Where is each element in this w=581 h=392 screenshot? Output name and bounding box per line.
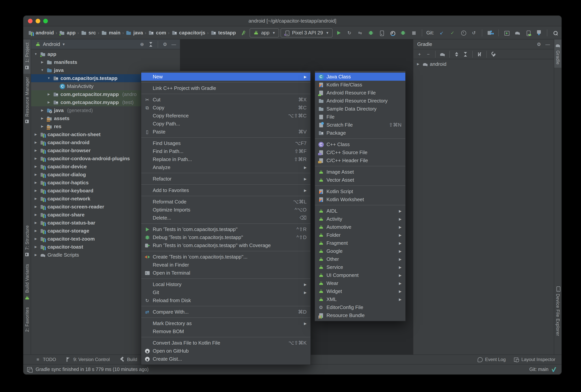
menu-item-google[interactable]: Google▶ [315, 247, 405, 255]
menu-item-package[interactable]: Package [315, 129, 405, 137]
tool-window-button-build[interactable]: Build [119, 357, 137, 363]
chevron-collapsed-icon[interactable]: ▶ [33, 141, 38, 144]
menu-item-activity[interactable]: Activity▶ [315, 215, 405, 223]
menu-item-resource-bundle[interactable]: Resource Bundle [315, 311, 405, 319]
chevron-collapsed-icon[interactable]: ▶ [40, 125, 45, 128]
menu-item-aidl[interactable]: AIDL▶ [315, 207, 405, 215]
tree-item-android[interactable]: ▶android [413, 60, 554, 68]
debug-button[interactable] [366, 28, 376, 37]
run-button[interactable] [334, 28, 343, 37]
gradle-toolbar-plus-button[interactable]: + [416, 50, 423, 58]
menu-item-vector-asset[interactable]: Vector Asset [315, 176, 405, 184]
menu-item-copy-reference[interactable]: Copy Reference⌥⇧⌘C [141, 112, 310, 120]
menu-item-reload-from-disk[interactable]: ↻Reload from Disk [141, 296, 310, 304]
menu-item-add-to-favorites[interactable]: Add to Favorites▶ [141, 186, 310, 194]
menu-item-other[interactable]: Other▶ [315, 255, 405, 263]
breadcrumb-item-src[interactable]: src [81, 30, 96, 36]
menu-item-mark-directory-as[interactable]: Mark Directory as▶ [141, 319, 310, 327]
chevron-collapsed-icon[interactable]: ▶ [33, 181, 38, 184]
chevron-collapsed-icon[interactable]: ▶ [33, 133, 38, 136]
sidebar-tab-2-favorites[interactable]: 2: Favorites [23, 304, 30, 343]
menu-item-create-gist[interactable]: Create Gist... [141, 355, 310, 363]
menu-item-kotlin-file-class[interactable]: Kotlin File/Class [315, 81, 405, 89]
device-manager-button[interactable] [524, 28, 533, 37]
gradle-toolbar-minus-button[interactable]: − [424, 50, 432, 58]
chevron-collapsed-icon[interactable]: ▶ [33, 149, 38, 152]
project-structure-button[interactable] [486, 28, 495, 37]
chevron-collapsed-icon[interactable]: ▶ [46, 92, 51, 96]
sidebar-tab-device-file-explorer[interactable]: Device File Explorer [554, 283, 562, 339]
tree-item-app[interactable]: ▼app [31, 50, 180, 58]
chevron-collapsed-icon[interactable]: ▶ [33, 197, 38, 200]
menu-item-git[interactable]: Git▶ [141, 288, 310, 296]
attach-debugger-button[interactable] [377, 28, 386, 37]
avd-manager-button[interactable] [502, 28, 511, 37]
sidebar-tab-build-variants[interactable]: Build Variants [23, 261, 30, 304]
gradle-gear-button[interactable]: ⚙ [535, 40, 543, 48]
gradle-toolbar-run-task-button[interactable] [476, 50, 484, 58]
tool-window-button-todo[interactable]: ≡TODO [35, 357, 56, 363]
menu-item-create-tests-in-com-capacitorjs-testapp[interactable]: Create 'Tests in 'com.capacitorjs.testap… [141, 253, 310, 261]
menu-item-link-c-project-with-gradle[interactable]: Link C++ Project with Gradle [141, 84, 310, 92]
menu-item-c-class[interactable]: C++ Class [315, 140, 405, 148]
chevron-expanded-icon[interactable]: ▼ [46, 76, 51, 80]
menu-item-analyze[interactable]: Analyze▶ [141, 163, 310, 171]
search-everywhere-button[interactable] [551, 28, 560, 37]
chevron-collapsed-icon[interactable]: ▶ [416, 62, 421, 66]
chevron-collapsed-icon[interactable]: ▶ [33, 245, 38, 249]
chevron-collapsed-icon[interactable]: ▶ [33, 237, 38, 241]
sdk-manager-button[interactable] [534, 28, 544, 37]
breadcrumb-item-testapp[interactable]: testapp [210, 30, 236, 36]
commit-button[interactable]: ✓ [448, 28, 457, 37]
menu-item-copy-path[interactable]: Copy Path... [141, 120, 310, 128]
menu-item-fragment[interactable]: Fragment▶ [315, 239, 405, 247]
menu-item-convert-java-file-to-kotlin-file[interactable]: Convert Java File to Kotlin File⌥⇧⌘K [141, 339, 310, 347]
menu-item-c-c-header-file[interactable]: C/C++ Header File [315, 156, 405, 164]
gradle-toolbar-collapse-all-button[interactable] [462, 50, 469, 58]
project-minimize-button[interactable]: — [170, 40, 178, 48]
chevron-collapsed-icon[interactable]: ▶ [33, 173, 38, 176]
menu-item-service[interactable]: Service▶ [315, 263, 405, 271]
gradle-toolbar-elephant-button[interactable] [438, 50, 446, 58]
menu-item-c-c-source-file[interactable]: C/C++ Source File [315, 148, 405, 156]
sidebar-tab-gradle[interactable]: Gradle [554, 39, 562, 68]
profile-avatar[interactable] [562, 28, 562, 37]
update-project-button[interactable]: ↙ [437, 28, 446, 37]
menu-item-local-history[interactable]: Local History▶ [141, 280, 310, 288]
tool-window-button-9-version-control[interactable]: 9: Version Control [65, 357, 110, 363]
tool-window-button-layout-inspector[interactable]: Layout Inspector [514, 357, 555, 363]
menu-item-android-resource-file[interactable]: Android Resource File [315, 89, 405, 97]
menu-item-xml[interactable]: XML▶ [315, 295, 405, 303]
menu-item-new[interactable]: New▶ [141, 73, 310, 81]
menu-item-optimize-imports[interactable]: Optimize Imports^⌥O [141, 206, 310, 214]
chevron-expanded-icon[interactable]: ▼ [40, 68, 45, 72]
apply-changes-button[interactable]: ↻ [345, 28, 354, 37]
chevron-collapsed-icon[interactable]: ▶ [33, 213, 38, 216]
menu-item-open-on-github[interactable]: Open on GitHub [141, 347, 310, 355]
menu-item-widget[interactable]: Widget▶ [315, 287, 405, 295]
chevron-collapsed-icon[interactable]: ▶ [33, 205, 38, 208]
menu-item-delete[interactable]: Delete...⌫ [141, 214, 310, 222]
gradle-sync-needed-button[interactable] [239, 28, 248, 37]
profile-button[interactable] [388, 28, 397, 37]
sync-project-with-gradle-button[interactable] [513, 28, 522, 37]
menu-item-kotlin-script[interactable]: Kotlin Script [315, 187, 405, 195]
gradle-toolbar-wrench-button[interactable] [490, 50, 498, 58]
menu-item-editorconfig-file[interactable]: ⚙EditorConfig File [315, 303, 405, 311]
chevron-collapsed-icon[interactable]: ▶ [40, 109, 45, 112]
menu-item-open-in-terminal[interactable]: Open in Terminal [141, 269, 310, 277]
menu-item-scratch-file[interactable]: Scratch File⇧⌘N [315, 121, 405, 129]
menu-item-replace-in-path[interactable]: Replace in Path...⇧⌘R [141, 155, 310, 163]
rollback-button[interactable]: ↺ [469, 28, 478, 37]
menu-item-android-resource-directory[interactable]: Android Resource Directory [315, 97, 405, 105]
project-gear-button[interactable]: ⚙ [161, 40, 169, 48]
chevron-collapsed-icon[interactable]: ▶ [33, 165, 38, 168]
menu-item-sample-data-directory[interactable]: Sample Data Directory [315, 105, 405, 113]
project-locate-button[interactable]: ⊕ [138, 40, 146, 48]
chevron-collapsed-icon[interactable]: ▶ [40, 117, 45, 120]
menu-item-file[interactable]: File [315, 113, 405, 121]
project-view-selector[interactable]: Android [43, 41, 60, 47]
menu-item-run-tests-in-com-capacitorjs-testapp[interactable]: Run 'Tests in 'com.capacitorjs.testapp''… [141, 225, 310, 233]
chevron-collapsed-icon[interactable]: ▶ [33, 221, 38, 225]
breadcrumb-item-java[interactable]: java [126, 30, 143, 36]
